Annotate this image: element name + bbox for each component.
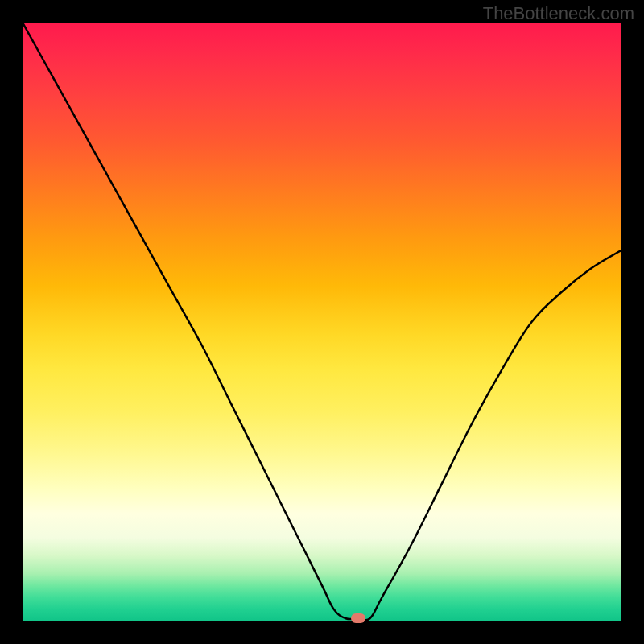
bottleneck-curve — [23, 23, 621, 621]
optimal-marker — [351, 613, 365, 623]
watermark-text: TheBottleneck.com — [483, 3, 634, 24]
chart-plot-area — [23, 23, 621, 621]
